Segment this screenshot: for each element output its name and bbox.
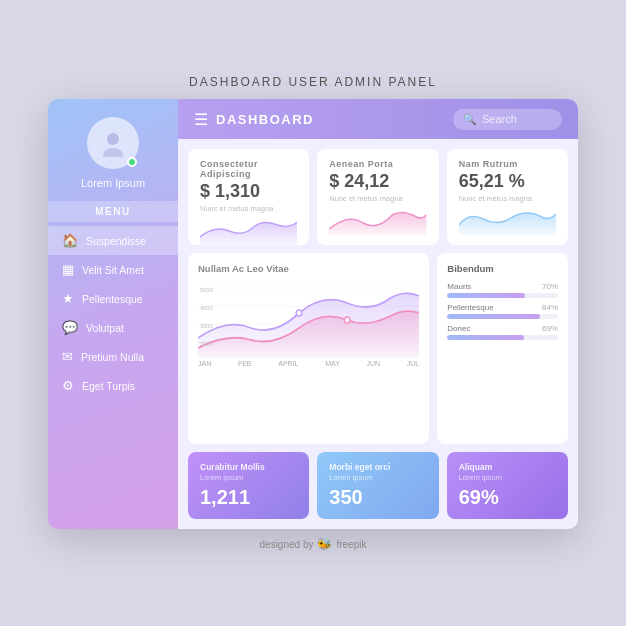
gear-icon: ⚙	[62, 378, 74, 393]
x-label-april: APRIL	[278, 360, 298, 367]
bar-track-0	[447, 293, 558, 298]
bar-item-pct-2: 69%	[542, 324, 558, 333]
x-label-may: MAY	[325, 360, 340, 367]
bar-item-0: Mauris 70%	[447, 282, 558, 298]
chat-icon: 💬	[62, 320, 78, 335]
svg-text:2000: 2000	[200, 341, 214, 347]
stat-card-2: Nam Rutrum 65,21 % Nunc et metus magna	[447, 149, 568, 245]
topbar: ☰ DASHBOARD 🔍	[178, 99, 578, 139]
footer: designed by 🐝 freepik	[260, 537, 367, 551]
bottom-card-sub-2: Lorem ipsum	[459, 473, 556, 482]
grid-icon: ▦	[62, 262, 74, 277]
bar-item-1: Pellentesque 84%	[447, 303, 558, 319]
bar-item-name-1: Pellentesque	[447, 303, 493, 312]
bottom-card-sub-0: Lorem ipsum	[200, 473, 297, 482]
user-name: Lorem Ipsum	[81, 177, 145, 189]
stat-title-0: Consectetur Adipiscing	[200, 159, 297, 179]
bottom-card-2: Aliquam Lorem ipsum 69%	[447, 452, 568, 519]
bar-chart-title: Bibendum	[447, 263, 558, 274]
bar-item-pct-0: 70%	[542, 282, 558, 291]
menu-label: MENU	[48, 201, 178, 222]
mini-chart-2	[459, 207, 556, 235]
stat-value-0: $ 1,310	[200, 181, 297, 202]
bar-track-2	[447, 335, 558, 340]
admin-panel: Lorem Ipsum MENU 🏠 Suspendisse ▦ Velit S…	[48, 99, 578, 529]
sidebar-item-volutpat[interactable]: 💬 Volutpat	[48, 313, 178, 342]
stat-sub-2: Nunc et metus magna	[459, 194, 556, 203]
stat-sub-0: Nunc et metus magna	[200, 204, 297, 213]
sidebar-item-label: Volutpat	[86, 322, 124, 334]
line-chart-area: 5000 4000 3000 2000	[198, 278, 419, 358]
search-icon: 🔍	[463, 113, 477, 126]
sidebar-item-label: Eget Turpis	[82, 380, 135, 392]
sidebar-item-pellentesque[interactable]: ★ Pellentesque	[48, 284, 178, 313]
bottom-card-label-1: Morbi eget orci	[329, 462, 426, 472]
stat-row: Consectetur Adipiscing $ 1,310 Nunc et m…	[188, 149, 568, 245]
x-label-feb: FEB	[238, 360, 252, 367]
topbar-title: DASHBOARD	[216, 112, 314, 127]
x-label-jul: JUL	[407, 360, 419, 367]
main-content: ☰ DASHBOARD 🔍 Consectetur Adipiscing $ 1…	[178, 99, 578, 529]
bar-item-2: Donec 69%	[447, 324, 558, 340]
bottom-card-sub-1: Lorem ipsum	[329, 473, 426, 482]
svg-text:4000: 4000	[200, 305, 214, 311]
stat-card-0: Consectetur Adipiscing $ 1,310 Nunc et m…	[188, 149, 309, 245]
hamburger-icon[interactable]: ☰	[194, 110, 208, 129]
bar-item-header-1: Pellentesque 84%	[447, 303, 558, 312]
sidebar-item-label: Pellentesque	[82, 293, 143, 305]
stat-title-2: Nam Rutrum	[459, 159, 556, 169]
sidebar: Lorem Ipsum MENU 🏠 Suspendisse ▦ Velit S…	[48, 99, 178, 529]
sidebar-item-label: Pretium Nulla	[81, 351, 144, 363]
bar-item-header-2: Donec 69%	[447, 324, 558, 333]
bar-item-name-0: Mauris	[447, 282, 471, 291]
star-icon: ★	[62, 291, 74, 306]
stat-value-1: $ 24,12	[329, 171, 426, 192]
sidebar-item-pretium[interactable]: ✉ Pretium Nulla	[48, 342, 178, 371]
page-title: DASHBOARD USER ADMIN PANEL	[189, 75, 437, 89]
line-chart-title: Nullam Ac Leo Vitae	[198, 263, 419, 274]
bottom-card-1: Morbi eget orci Lorem ipsum 350	[317, 452, 438, 519]
footer-text: designed by	[260, 539, 314, 550]
bottom-card-value-0: 1,211	[200, 486, 297, 509]
sidebar-item-label: Velit Sit Amet	[82, 264, 144, 276]
bar-item-header-0: Mauris 70%	[447, 282, 558, 291]
mail-icon: ✉	[62, 349, 73, 364]
x-label-jun: JUN	[367, 360, 381, 367]
home-icon: 🏠	[62, 233, 78, 248]
bar-fill-2	[447, 335, 523, 340]
avatar-wrap	[87, 117, 139, 169]
svg-point-1	[103, 148, 123, 157]
bottom-card-label-2: Aliquam	[459, 462, 556, 472]
chart-x-labels: JAN FEB APRIL MAY JUN JUL	[198, 360, 419, 367]
sidebar-item-suspendisse[interactable]: 🏠 Suspendisse	[48, 226, 178, 255]
svg-point-0	[107, 133, 119, 145]
mini-chart-1	[329, 207, 426, 235]
svg-text:3000: 3000	[200, 323, 214, 329]
footer-brand: freepik	[336, 539, 366, 550]
freepik-logo: 🐝	[317, 537, 332, 551]
svg-text:5000: 5000	[200, 287, 214, 293]
bottom-card-label-0: Curabitur Mollis	[200, 462, 297, 472]
bar-track-1	[447, 314, 558, 319]
svg-point-7	[344, 317, 350, 323]
bar-fill-1	[447, 314, 540, 319]
sidebar-item-label: Suspendisse	[86, 235, 146, 247]
stat-value-2: 65,21 %	[459, 171, 556, 192]
topbar-left: ☰ DASHBOARD	[194, 110, 314, 129]
online-indicator	[127, 157, 137, 167]
bar-fill-0	[447, 293, 524, 298]
svg-point-6	[296, 310, 302, 316]
x-label-jan: JAN	[198, 360, 211, 367]
sidebar-item-velit[interactable]: ▦ Velit Sit Amet	[48, 255, 178, 284]
line-chart-card: Nullam Ac Leo Vitae	[188, 253, 429, 444]
stat-title-1: Aenean Porta	[329, 159, 426, 169]
bar-item-pct-1: 84%	[542, 303, 558, 312]
search-input[interactable]	[482, 113, 552, 125]
search-box: 🔍	[453, 109, 562, 130]
stat-card-1: Aenean Porta $ 24,12 Nunc et metus magna	[317, 149, 438, 245]
bottom-card-0: Curabitur Mollis Lorem ipsum 1,211	[188, 452, 309, 519]
bottom-card-value-1: 350	[329, 486, 426, 509]
bottom-card-value-2: 69%	[459, 486, 556, 509]
stat-sub-1: Nunc et metus magna	[329, 194, 426, 203]
sidebar-item-eget[interactable]: ⚙ Eget Turpis	[48, 371, 178, 400]
